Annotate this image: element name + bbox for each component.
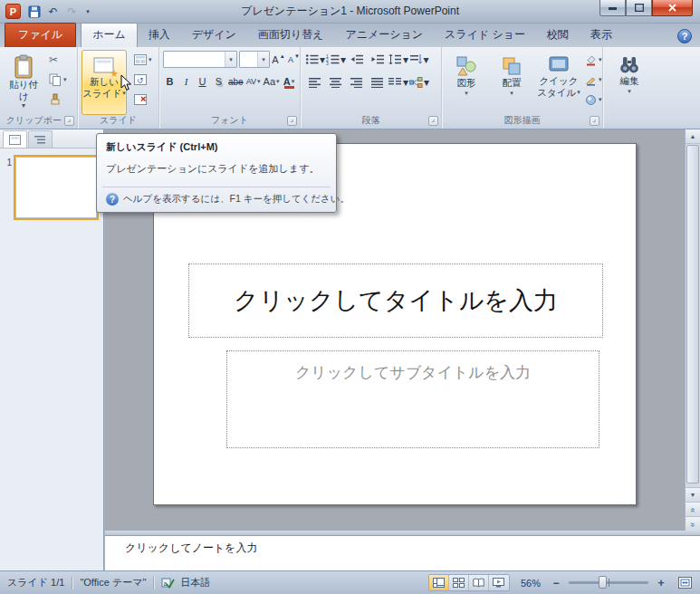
zoom-out-icon[interactable]: − xyxy=(550,577,562,589)
shrink-font-button[interactable]: A▼ xyxy=(287,52,301,68)
shape-effects-button[interactable]: ▾ xyxy=(583,90,604,110)
align-center-button[interactable] xyxy=(327,73,345,91)
grow-font-button[interactable]: A▲ xyxy=(272,52,285,68)
underline-button[interactable]: U xyxy=(196,73,209,90)
layout-icon xyxy=(134,54,147,65)
justify-icon xyxy=(371,77,384,88)
outline-tab[interactable] xyxy=(28,130,53,148)
tab-insert[interactable]: 挿入 xyxy=(138,24,181,47)
vertical-scrollbar[interactable]: ▲ ▼ « » xyxy=(685,129,700,531)
text-shadow-button[interactable]: S xyxy=(212,73,225,90)
svg-text:a: a xyxy=(164,580,168,587)
svg-text:↺: ↺ xyxy=(137,76,144,85)
editing-button[interactable]: 編集 ▾ xyxy=(608,50,651,115)
bold-button[interactable]: B xyxy=(163,73,177,90)
next-slide-icon[interactable]: » xyxy=(686,516,700,531)
help-icon[interactable]: ? xyxy=(677,29,692,43)
maximize-button[interactable] xyxy=(626,0,652,16)
slide-1-thumbnail[interactable] xyxy=(15,157,97,218)
previous-slide-icon[interactable]: « xyxy=(686,502,700,516)
columns-button[interactable]: ▾ xyxy=(389,73,408,91)
layout-button[interactable]: ▾ xyxy=(132,50,154,70)
zoom-slider-handle[interactable] xyxy=(599,576,607,589)
paste-dropdown-icon: ▼ xyxy=(21,102,27,110)
change-case-button[interactable]: Aa▾ xyxy=(264,73,280,90)
scrollbar-thumb[interactable] xyxy=(686,145,699,484)
justify-button[interactable] xyxy=(369,73,387,91)
language-indicator[interactable]: 日本語 xyxy=(180,576,210,589)
zoom-level[interactable]: 56% xyxy=(521,578,541,589)
tab-view[interactable]: 表示 xyxy=(580,24,623,47)
clipboard-dialog-launcher[interactable]: › xyxy=(64,116,74,126)
qat-customize-dropdown-icon[interactable]: ▾ xyxy=(82,4,93,20)
strikethrough-button[interactable]: abe xyxy=(228,73,244,90)
slide-thumbnail-panel: 1 xyxy=(0,129,104,531)
scroll-up-icon[interactable]: ▲ xyxy=(686,129,700,144)
title-placeholder[interactable]: クリックしてタイトルを入力 xyxy=(188,263,603,338)
subtitle-placeholder[interactable]: クリックしてサブタイトルを入力 xyxy=(226,350,599,448)
format-painter-button[interactable] xyxy=(47,90,69,110)
line-spacing-button[interactable]: ▾ xyxy=(389,51,408,68)
align-left-button[interactable] xyxy=(306,73,324,91)
tab-file[interactable]: ファイル xyxy=(5,23,76,47)
font-color-button[interactable]: A▾ xyxy=(283,73,296,90)
tab-design[interactable]: デザイン xyxy=(181,24,247,47)
paragraph-dialog-launcher[interactable]: › xyxy=(428,116,438,126)
window-controls xyxy=(599,0,693,16)
tab-transitions[interactable]: 画面切り替え xyxy=(247,24,335,47)
align-right-button[interactable] xyxy=(348,73,366,91)
quick-styles-button[interactable]: クイック スタイル▾ xyxy=(536,50,581,115)
redo-icon[interactable]: ↷ xyxy=(63,4,81,20)
arrange-icon xyxy=(501,54,523,77)
increase-indent-button[interactable] xyxy=(369,51,387,68)
copy-button[interactable]: ▾ xyxy=(47,70,69,90)
arrange-button[interactable]: 配置 ▾ xyxy=(491,50,532,115)
save-icon[interactable] xyxy=(25,4,43,20)
zoom-slider[interactable] xyxy=(569,581,648,584)
italic-button[interactable]: I xyxy=(179,73,193,90)
convert-smartart-button[interactable]: ▾ xyxy=(410,73,428,91)
bullets-button[interactable]: ▾ xyxy=(306,51,324,68)
minimize-button[interactable] xyxy=(599,0,626,16)
zoom-in-icon[interactable]: + xyxy=(655,577,667,589)
shape-fill-button[interactable]: ▾ xyxy=(583,50,604,70)
delete-slide-button[interactable] xyxy=(132,90,154,110)
tab-home[interactable]: ホーム xyxy=(81,23,138,47)
font-size-select[interactable]: ▾ xyxy=(239,51,270,68)
tab-review[interactable]: 校閲 xyxy=(536,24,580,47)
powerpoint-app-icon[interactable]: P xyxy=(5,4,21,19)
cut-icon: ✂ xyxy=(49,53,58,66)
reset-icon: ↺ xyxy=(134,74,147,85)
decrease-indent-button[interactable] xyxy=(348,51,366,68)
mouse-cursor xyxy=(120,74,132,91)
font-dialog-launcher[interactable]: › xyxy=(287,116,297,126)
close-button[interactable] xyxy=(652,0,693,16)
theme-name[interactable]: "Office テーマ" xyxy=(80,576,146,589)
slide-sorter-view-button[interactable] xyxy=(449,575,469,590)
numbering-button[interactable]: 123▾ xyxy=(327,51,345,68)
reset-button[interactable]: ↺ xyxy=(132,70,154,90)
clipboard-group: 貼り付け ▼ ✂ ▾ クリップボード › xyxy=(0,47,78,129)
smartart-icon xyxy=(409,77,423,88)
character-spacing-button[interactable]: AV▾ xyxy=(246,73,261,90)
paste-button[interactable]: 貼り付け ▼ xyxy=(4,50,43,115)
text-direction-button[interactable]: ▾ xyxy=(410,51,428,68)
tab-animations[interactable]: アニメーション xyxy=(334,24,434,47)
reading-view-button[interactable] xyxy=(469,575,489,590)
notes-pane[interactable]: クリックしてノートを入力 xyxy=(105,535,700,570)
undo-icon[interactable]: ↶ xyxy=(44,4,62,20)
slideshow-view-button[interactable] xyxy=(489,575,509,590)
scroll-down-icon[interactable]: ▼ xyxy=(686,487,700,502)
drawing-dialog-launcher[interactable]: › xyxy=(590,116,599,126)
normal-view-button[interactable] xyxy=(429,575,449,590)
shapes-button[interactable]: 図形 ▾ xyxy=(446,50,487,115)
shape-outline-button[interactable]: ▾ xyxy=(583,70,604,90)
ribbon-tab-row: ファイル ホーム 挿入 デザイン 画面切り替え アニメーション スライド ショー… xyxy=(0,24,700,47)
cut-button[interactable]: ✂ xyxy=(47,50,69,70)
font-name-select[interactable]: ▾ xyxy=(163,51,237,68)
slides-group-label: スライド xyxy=(78,114,158,127)
slides-tab[interactable] xyxy=(3,130,27,148)
fit-to-window-icon[interactable] xyxy=(676,576,693,590)
spellcheck-icon[interactable]: a xyxy=(161,577,175,589)
tab-slideshow[interactable]: スライド ショー xyxy=(434,24,536,47)
